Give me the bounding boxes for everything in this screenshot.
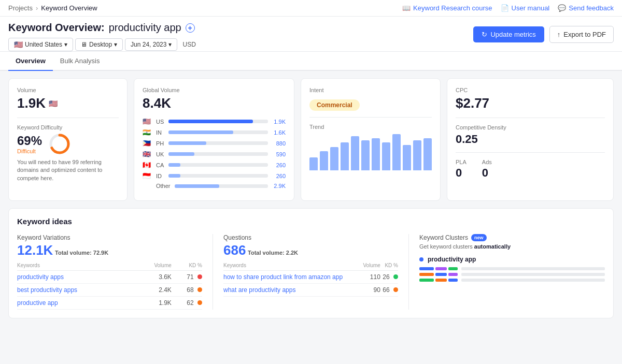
date-chevron-icon: ▾ [168,41,172,48]
title-actions: ↻ Update metrics ↑ Export to PDF [473,26,614,43]
comp-density-label: Competitive Density [456,124,605,130]
kw-col-header: Keywords [17,260,137,271]
trend-bar [320,151,328,170]
volume-card: Volume 1.9K 🇺🇸 Keyword Difficulty 69% Di… [8,78,128,201]
kd-dot [197,300,202,305]
q-kd-cell: 66 [380,284,398,297]
trend-bar [403,145,411,170]
book-icon: 📖 [402,4,411,12]
bar-fill [168,141,206,145]
update-metrics-button[interactable]: ↻ Update metrics [473,26,544,42]
user-manual-link[interactable]: 📄 User manual [501,4,550,12]
country-val: 880 [271,140,286,147]
country-code: IN [156,129,165,136]
country-row: 🇵🇭 PH 880 [143,139,286,147]
ads-item: Ads 0 [482,159,492,180]
breadcrumb-current: Keyword Overview [41,4,97,12]
question-keyword-link[interactable]: how to share product link from amazon ap… [223,273,343,281]
kd-cell: 68 [172,284,202,297]
add-keyword-button[interactable]: + [186,23,195,33]
us-flag-icon: 🇺🇸 [14,40,23,49]
header-links: 📖 Keyword Research course 📄 User manual … [402,4,614,12]
breadcrumb-sep: › [36,4,38,12]
q-vol-col-header: Volume [361,260,380,271]
bar-fill [175,184,219,188]
cluster-segment [448,279,458,282]
manual-icon: 📄 [501,4,509,12]
page-title: Keyword Overview: productivity app + [8,22,199,34]
cards-row: Volume 1.9K 🇺🇸 Keyword Difficulty 69% Di… [8,78,614,201]
country-row: 🇮🇩 ID 260 [143,172,286,180]
date-filter[interactable]: Jun 24, 2023 ▾ [125,38,177,51]
country-row: 🇮🇳 IN 1.6K [143,128,286,136]
country-flag: 🇵🇭 [143,139,153,147]
tab-overview[interactable]: Overview [8,52,53,71]
trend-bar [372,138,380,170]
device-filter[interactable]: 🖥 Desktop ▾ [75,38,123,51]
variations-title: Keyword Variations [17,234,202,241]
bar-fill [168,163,180,167]
pla-label: PLA [456,159,466,165]
breadcrumb-projects[interactable]: Projects [8,4,33,12]
country-code: Other [156,183,172,189]
comp-density-value: 0.25 [456,133,605,146]
clusters-title-row: Keyword Clusters new [419,234,605,241]
keyword-link[interactable]: best productivity apps [17,286,77,294]
q-kd-col-header: KD % [380,260,398,271]
global-value: 8.4K [143,95,286,111]
trend-bar [309,157,318,170]
question-keyword-link[interactable]: what are productivity apps [223,286,295,294]
variations-col: Keyword Variations 12.1K Total volume: 7… [17,234,213,310]
cluster-bar-row [419,267,605,270]
export-icon: ↑ [557,31,561,38]
trend-bar [413,140,421,170]
cluster-segment [448,267,458,270]
cluster-segment [419,279,434,282]
tabs-bar: Overview Bulk Analysis [0,52,622,71]
country-chevron-icon: ▾ [64,41,67,48]
vol-cell: 2.4K [137,284,171,297]
bar-fill [168,130,233,134]
country-filter[interactable]: 🇺🇸 United States ▾ [8,38,73,51]
export-pdf-button[interactable]: ↑ Export to PDF [549,26,614,43]
trend-label: Trend [309,124,432,130]
kd-circle [48,133,71,155]
country-code: UK [156,151,165,157]
vol-cell: 1.9K [137,297,171,310]
keyword-link[interactable]: productive app [17,299,58,307]
country-row: 🇺🇸 US 1.9K [143,118,286,125]
country-flag: 🇺🇸 [143,118,153,125]
trend-bar [423,138,432,170]
trend-bar [361,140,370,170]
trend-bar [341,142,349,170]
kd-cell: 62 [172,297,202,310]
cluster-segment [435,273,447,276]
refresh-icon: ↻ [482,31,487,38]
trend-bar [330,147,338,170]
bar-fill [168,174,180,178]
clusters-col: Keyword Clusters new Get keyword cluster… [409,234,605,310]
bar-track [168,174,268,178]
cluster-text-placeholder [461,267,605,270]
questions-table: Keywords Volume KD % how to share produc… [223,260,398,297]
cluster-segment [448,273,458,276]
table-row: productivity apps 3.6K 71 [17,271,202,284]
table-row: productive app 1.9K 62 [17,297,202,310]
variations-count: 12.1K [17,242,53,258]
send-feedback-link[interactable]: 💬 Send feedback [558,4,614,12]
country-code: CA [156,162,165,168]
cluster-segment [435,267,447,270]
keyword-link[interactable]: productivity apps [17,273,64,281]
trend-bar [351,136,359,170]
kd-label: Keyword Difficulty [17,124,119,130]
breadcrumb: Projects › Keyword Overview [8,4,97,12]
q-kw-col-header: Keywords [223,260,361,271]
table-row: how to share product link from amazon ap… [223,271,398,284]
clusters-sub: Get keyword clusters automatically [419,243,605,250]
tab-bulk-analysis[interactable]: Bulk Analysis [53,52,107,71]
page-title-keyword: Keyword Overview: [8,22,105,34]
keyword-research-course-link[interactable]: 📖 Keyword Research course [402,4,492,12]
kd-dot [197,287,202,292]
ads-label: Ads [482,159,492,165]
cluster-segment [419,273,434,276]
